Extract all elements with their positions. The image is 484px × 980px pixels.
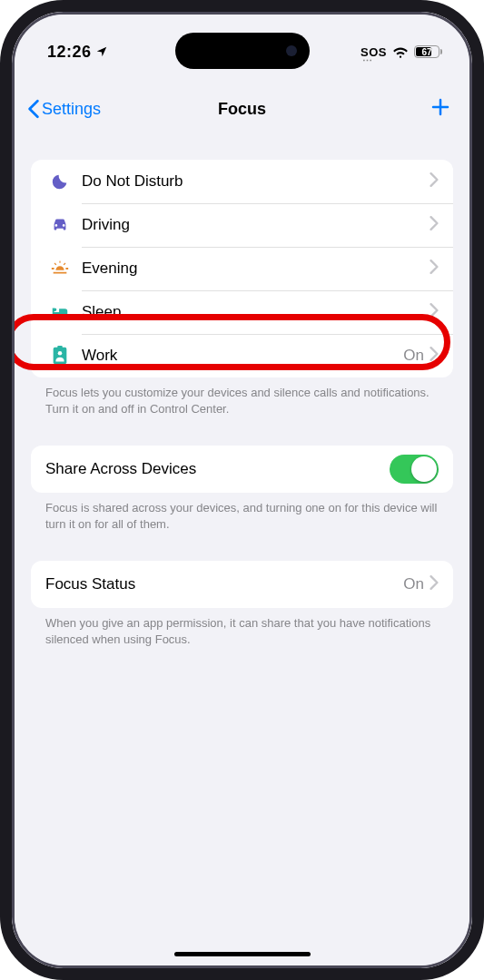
badge-icon <box>45 346 74 366</box>
wifi-icon <box>392 45 409 58</box>
svg-point-3 <box>58 351 63 356</box>
battery-indicator: 67 <box>414 45 442 58</box>
share-group: Share Across Devices <box>31 446 453 493</box>
add-button[interactable] <box>430 96 451 122</box>
focus-label: Sleep <box>82 303 430 321</box>
svg-rect-4 <box>57 346 63 348</box>
focus-row-sleep[interactable]: Sleep <box>31 290 453 334</box>
location-icon <box>95 45 108 58</box>
focus-footer-text: Focus lets you customize your devices an… <box>31 377 453 416</box>
chevron-icon <box>430 347 439 365</box>
share-toggle[interactable] <box>390 455 439 484</box>
chevron-icon <box>430 575 439 593</box>
focus-status-label: Focus Status <box>45 575 403 593</box>
focus-label: Do Not Disturb <box>82 172 430 191</box>
focus-label: Driving <box>82 216 430 234</box>
share-across-devices-row[interactable]: Share Across Devices <box>31 446 453 493</box>
status-bar: 12:26 SOS 67 <box>15 15 469 69</box>
focus-status-group: Focus Status On <box>31 561 453 608</box>
share-footer-text: Focus is shared across your devices, and… <box>31 493 453 532</box>
status-time: 12:26 <box>47 43 92 62</box>
back-label: Settings <box>42 100 101 119</box>
chevron-icon <box>430 172 439 191</box>
page-title: Focus <box>218 100 266 119</box>
chevron-icon <box>430 260 439 278</box>
car-icon <box>45 215 74 235</box>
chevron-icon <box>430 303 439 321</box>
share-label: Share Across Devices <box>45 460 390 478</box>
focus-row-work[interactable]: Work On <box>31 334 453 377</box>
sos-indicator: SOS <box>361 45 387 59</box>
bed-icon <box>45 302 74 322</box>
chevron-icon <box>430 216 439 234</box>
focus-modes-group: Do Not Disturb Driving Evening <box>31 160 453 377</box>
home-indicator[interactable] <box>174 952 311 956</box>
focus-label: Work <box>82 347 403 365</box>
focus-status-value: On <box>403 347 424 365</box>
focus-row-do-not-disturb[interactable]: Do Not Disturb <box>31 160 453 203</box>
focus-status-footer-text: When you give an app permission, it can … <box>31 608 453 647</box>
focus-row-driving[interactable]: Driving <box>31 203 453 247</box>
focus-label: Evening <box>82 260 430 278</box>
back-button[interactable]: Settings <box>27 99 101 119</box>
moon-icon <box>45 172 74 191</box>
nav-bar: Settings Focus <box>15 87 469 131</box>
focus-row-evening[interactable]: Evening <box>31 247 453 290</box>
sunset-icon <box>45 259 74 279</box>
focus-status-value: On <box>403 575 424 593</box>
focus-status-row[interactable]: Focus Status On <box>31 561 453 608</box>
